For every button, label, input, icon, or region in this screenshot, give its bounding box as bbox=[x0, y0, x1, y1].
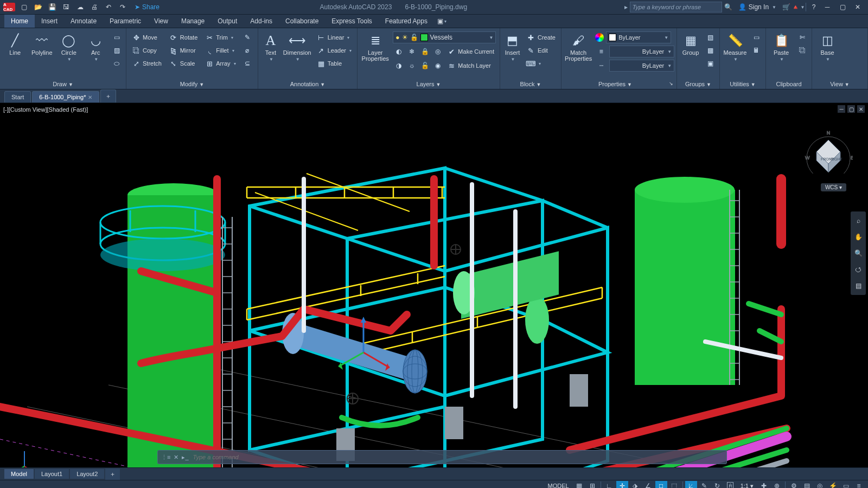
qat-new-icon[interactable]: ▢ bbox=[18, 2, 29, 12]
dimension-button[interactable]: ⟷Dimension▼ bbox=[283, 30, 311, 79]
grid-icon[interactable]: ▦ bbox=[573, 481, 585, 488]
hatch-icon[interactable]: ▨ bbox=[111, 44, 123, 56]
polyline-button[interactable]: 〰Polyline bbox=[30, 30, 54, 79]
viewport-label[interactable]: [-][Custom View][Shaded (Fast)] bbox=[3, 106, 88, 113]
trim-button[interactable]: ✂Trim▾ bbox=[203, 31, 238, 43]
panel-groups-label[interactable]: Groups▼ bbox=[680, 79, 716, 89]
arc-button[interactable]: ◡Arc▼ bbox=[84, 30, 108, 79]
insert-block-button[interactable]: ⬒Insert▼ bbox=[503, 30, 521, 79]
vp-maximize-icon[interactable]: ▢ bbox=[847, 105, 855, 113]
command-input[interactable] bbox=[192, 453, 723, 461]
layer-freeze-icon[interactable]: ❄ bbox=[406, 46, 418, 57]
close-icon[interactable]: ✕ bbox=[851, 1, 865, 13]
dyn-input-icon[interactable]: ✎ bbox=[698, 481, 710, 488]
group-bbox-icon[interactable]: ▣ bbox=[704, 57, 716, 69]
nav-orbit-icon[interactable]: ⭯ bbox=[852, 262, 864, 277]
panel-utilities-label[interactable]: Utilities▼ bbox=[723, 79, 762, 89]
file-tab-active[interactable]: 6-B-1000_Piping* ✕ bbox=[32, 91, 99, 102]
layer-lock-icon[interactable]: 🔒 bbox=[419, 46, 431, 57]
layer-off-icon[interactable]: ◐ bbox=[393, 46, 405, 57]
nav-showmotion-icon[interactable]: ▤ bbox=[852, 279, 864, 293]
ungroup-icon[interactable]: ▧ bbox=[704, 31, 716, 43]
qat-webmobile-icon[interactable]: ☁ bbox=[75, 2, 86, 12]
layout-model[interactable]: Model bbox=[4, 469, 34, 479]
search-input[interactable]: Type a keyword or phrase bbox=[630, 2, 722, 12]
minimize-icon[interactable]: ─ bbox=[820, 1, 834, 13]
make-current-button[interactable]: ✔Make Current bbox=[445, 46, 496, 57]
quick-calc-icon[interactable]: 🖩 bbox=[750, 44, 762, 56]
measure-button[interactable]: 📏Measure▼ bbox=[723, 30, 747, 79]
panel-layers-label[interactable]: Layers▼ bbox=[361, 79, 496, 89]
qat-redo-icon[interactable]: ↷ bbox=[117, 2, 128, 12]
customize-status-icon[interactable]: ≡ bbox=[853, 481, 865, 488]
lweight-combo[interactable]: ByLayer▼ bbox=[609, 46, 674, 57]
ortho-icon[interactable]: ∟ bbox=[603, 481, 615, 488]
ltype-combo[interactable]: ByLayer▼ bbox=[609, 60, 674, 72]
panel-clipboard-label[interactable]: Clipboard bbox=[769, 79, 808, 89]
ribbon-tab-parametric[interactable]: Parametric bbox=[103, 15, 148, 28]
panel-view-label[interactable]: View▼ bbox=[815, 79, 864, 89]
file-tab-start[interactable]: Start bbox=[4, 91, 31, 102]
osnap3d-icon[interactable]: ⬚ bbox=[668, 481, 680, 488]
move-button[interactable]: ✥Move bbox=[130, 31, 164, 43]
lweight-icon[interactable]: ≡ bbox=[595, 46, 607, 57]
cmdline-recent-icon[interactable]: ▸_ bbox=[182, 454, 188, 461]
ribbon-tab-view[interactable]: View bbox=[148, 15, 175, 28]
annoscale-icon[interactable]: 🄰 bbox=[724, 481, 736, 488]
ltype-icon[interactable]: ┄ bbox=[595, 60, 607, 72]
command-line[interactable]: ⋮≡ ✕ ▸_ bbox=[157, 450, 727, 464]
panel-block-label[interactable]: Block▼ bbox=[503, 79, 558, 89]
ribbon-tab-home[interactable]: Home bbox=[4, 15, 35, 28]
qat-undo-icon[interactable]: ↶ bbox=[103, 2, 114, 12]
wcs-indicator[interactable]: WCS ▾ bbox=[821, 183, 846, 191]
autodesk-account-icon[interactable]: 🔺▼ bbox=[793, 2, 803, 12]
ribbon-tab-featuredapps[interactable]: Featured Apps bbox=[379, 15, 434, 28]
dynamic-ucs-icon[interactable]: ⟀ bbox=[685, 481, 697, 488]
match-props-button[interactable]: 🖌Match Properties bbox=[565, 30, 592, 79]
search-go-icon[interactable]: 🔍 bbox=[723, 2, 734, 12]
create-block-button[interactable]: ✚Create bbox=[525, 31, 558, 43]
layer-properties-button[interactable]: ≣Layer Properties bbox=[361, 30, 390, 79]
mirror-button[interactable]: ⧎Mirror bbox=[167, 44, 200, 56]
snap-icon[interactable]: ⊞ bbox=[586, 481, 598, 488]
workspace-icon[interactable]: ✚ bbox=[758, 481, 770, 488]
polar-icon[interactable]: ✛ bbox=[616, 481, 628, 488]
layer-unlock-icon[interactable]: 🔓 bbox=[419, 60, 431, 72]
layer-thaw-icon[interactable]: ☼ bbox=[406, 60, 418, 72]
explode-icon[interactable]: ⌀ bbox=[241, 44, 253, 56]
edit-block-button[interactable]: ✎Edit bbox=[525, 44, 558, 56]
ribbon-tab-options-icon[interactable]: ▣▾ bbox=[434, 15, 450, 28]
circle-button[interactable]: ◯Circle▼ bbox=[57, 30, 81, 79]
qat-save-icon[interactable]: 💾 bbox=[47, 2, 58, 12]
group-edit-icon[interactable]: ▩ bbox=[704, 44, 716, 56]
qat-saveas-icon[interactable]: 🖫 bbox=[61, 2, 72, 12]
cmdline-customize-icon[interactable]: ⋮≡ bbox=[161, 454, 170, 461]
status-scale[interactable]: 1:1 ▾ bbox=[737, 483, 757, 489]
paste-button[interactable]: 📋Paste▼ bbox=[769, 30, 793, 79]
panel-modify-label[interactable]: Modify▼ bbox=[130, 79, 254, 89]
isolate-icon[interactable]: ◎ bbox=[814, 481, 826, 488]
ribbon-tab-collaborate[interactable]: Collaborate bbox=[279, 15, 325, 28]
layer-iso-icon[interactable]: ◎ bbox=[432, 46, 444, 57]
qat-open-icon[interactable]: 📂 bbox=[33, 2, 43, 12]
status-model[interactable]: MODEL bbox=[545, 483, 572, 488]
fillet-button[interactable]: ◟Fillet▾ bbox=[203, 44, 238, 56]
cmdline-close-icon[interactable]: ✕ bbox=[174, 454, 178, 461]
edit-attr-button[interactable]: ⌨▾ bbox=[525, 57, 558, 69]
offset-icon[interactable]: ⊆ bbox=[241, 57, 253, 69]
share-button[interactable]: ➤ Share bbox=[131, 2, 163, 12]
new-layout-button[interactable]: ＋ bbox=[105, 468, 120, 480]
app-logo[interactable]: A CAD bbox=[3, 3, 15, 11]
layer-selector[interactable]: ● ☀ 🔓 Vessels ▼ bbox=[393, 31, 496, 43]
ribbon-tab-insert[interactable]: Insert bbox=[35, 15, 64, 28]
maximize-icon[interactable]: ▢ bbox=[835, 1, 850, 13]
color-combo[interactable]: ByLayer▼ bbox=[606, 31, 671, 43]
viewcube[interactable]: N E W S FRONT RIGHT bbox=[804, 125, 853, 174]
ribbon-tab-expresstools[interactable]: Express Tools bbox=[325, 15, 378, 28]
annomon-icon[interactable]: ⊕ bbox=[771, 481, 783, 488]
panel-properties-label[interactable]: Properties▼↘ bbox=[565, 79, 673, 89]
color-wheel-icon[interactable] bbox=[595, 33, 604, 42]
panel-annotation-label[interactable]: Annotation▼ bbox=[261, 79, 354, 89]
layer-uniso-icon[interactable]: ◉ bbox=[432, 60, 444, 72]
group-button[interactable]: ▦Group bbox=[680, 30, 701, 79]
